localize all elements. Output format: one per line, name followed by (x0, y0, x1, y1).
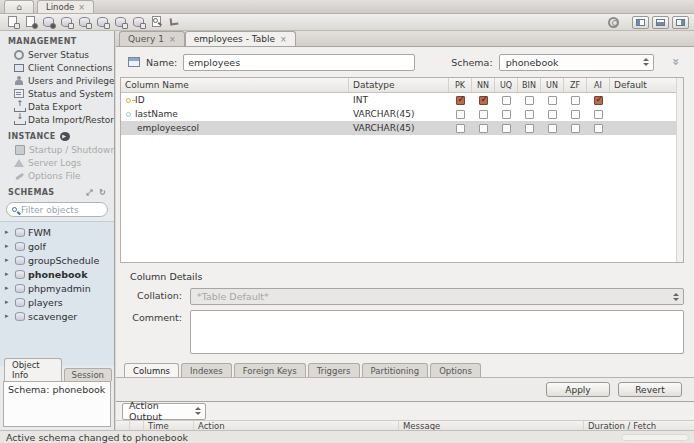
instance-rescan-icon[interactable] (60, 132, 70, 141)
chevron-right-icon[interactable]: ▸ (5, 298, 12, 306)
sidebar-item-data-import[interactable]: Data Import/Restore (0, 113, 114, 126)
bin-checkbox[interactable] (525, 110, 534, 119)
sidebar-item-server-logs[interactable]: Server Logs (0, 156, 114, 169)
schema-item-phpmyadmin[interactable]: ▸ phpmyadmin (0, 281, 114, 295)
comment-textarea[interactable] (190, 310, 684, 354)
un-checkbox[interactable] (548, 124, 557, 133)
tab-foreign-keys[interactable]: Foreign Keys (234, 363, 306, 377)
ai-checkbox[interactable] (594, 124, 603, 133)
bin-checkbox[interactable] (525, 96, 534, 105)
create-stored-procedure-icon[interactable] (113, 15, 129, 29)
close-icon[interactable]: × (280, 35, 287, 44)
sidebar-item-server-status[interactable]: Server Status (0, 48, 114, 61)
schema-item-groupschedule[interactable]: ▸ groupSchedule (0, 253, 114, 267)
toggle-right-panel-button[interactable] (672, 16, 689, 29)
bin-checkbox[interactable] (525, 124, 534, 133)
chevron-right-icon[interactable]: ▸ (5, 284, 12, 292)
tab-employees-table[interactable]: employees - Table × (185, 31, 296, 46)
nn-checkbox[interactable] (479, 110, 488, 119)
output-selector[interactable]: Action Output (122, 403, 206, 420)
resize-grip[interactable] (621, 434, 689, 441)
table-name-input[interactable]: employees (183, 54, 415, 71)
un-checkbox[interactable] (548, 96, 557, 105)
header-datatype[interactable]: Datatype (349, 78, 449, 92)
header-un[interactable]: UN (541, 78, 564, 92)
tab-partitioning[interactable]: Partitioning (362, 363, 429, 377)
tab-indexes[interactable]: Indexes (181, 363, 232, 377)
sidebar-item-data-export[interactable]: Data Export (0, 100, 114, 113)
chevron-right-icon[interactable]: ▸ (5, 228, 12, 236)
schemas-refresh-icon[interactable]: ↻ (99, 188, 108, 197)
datatype-cell[interactable]: INT (349, 93, 449, 107)
column-row-id[interactable]: ID INT (121, 93, 683, 107)
reconnect-database-icon[interactable] (167, 15, 183, 29)
tab-columns[interactable]: Columns (124, 363, 179, 377)
chevron-right-icon[interactable]: ▸ (5, 256, 12, 264)
schema-item-phonebook[interactable]: ▸ phonebook (0, 267, 114, 281)
tab-triggers[interactable]: Triggers (308, 363, 360, 377)
sidebar-item-users-privileges[interactable]: Users and Privileges (0, 74, 114, 87)
zf-checkbox[interactable] (571, 124, 580, 133)
header-pk[interactable]: PK (449, 78, 472, 92)
close-icon[interactable]: × (169, 35, 176, 44)
un-checkbox[interactable] (548, 110, 557, 119)
sidebar-item-startup-shutdown[interactable]: Startup / Shutdown (0, 143, 114, 156)
column-name-cell[interactable]: lastName (135, 109, 178, 119)
tab-options[interactable]: Options (430, 363, 481, 377)
schemas-expand-icon[interactable]: ⤢ (86, 188, 95, 197)
tab-query-1[interactable]: Query 1 × (119, 31, 185, 46)
sidebar-item-status-variables[interactable]: Status and System Variables (0, 87, 114, 100)
zf-checkbox[interactable] (571, 96, 580, 105)
header-nn[interactable]: NN (472, 78, 495, 92)
schema-item-golf[interactable]: ▸ golf (0, 239, 114, 253)
pk-checkbox[interactable] (456, 110, 465, 119)
ai-checkbox[interactable] (594, 110, 603, 119)
header-uq[interactable]: UQ (495, 78, 518, 92)
connection-tab-linode[interactable]: Linode × (37, 0, 94, 13)
header-ai[interactable]: AI (587, 78, 610, 92)
uq-checkbox[interactable] (502, 124, 511, 133)
schema-item-fwm[interactable]: ▸ FWM (0, 225, 114, 239)
schema-item-players[interactable]: ▸ players (0, 295, 114, 309)
header-column-name[interactable]: Column Name (121, 78, 349, 92)
tab-session[interactable]: Session (64, 368, 112, 381)
apply-button[interactable]: Apply (546, 382, 610, 397)
chevron-right-icon[interactable]: ▸ (5, 312, 12, 320)
schema-filter-input[interactable]: Filter objects (6, 202, 108, 217)
new-query-tab-icon[interactable] (5, 15, 21, 29)
create-schema-icon[interactable] (59, 15, 75, 29)
tab-object-info[interactable]: Object Info (4, 358, 62, 381)
zf-checkbox[interactable] (571, 110, 580, 119)
header-bin[interactable]: BIN (518, 78, 541, 92)
nn-checkbox[interactable] (479, 96, 488, 105)
header-zf[interactable]: ZF (564, 78, 587, 92)
collapse-header-icon[interactable]: » (669, 54, 683, 70)
default-cell[interactable] (610, 107, 683, 121)
show-inspector-icon[interactable] (41, 15, 57, 29)
search-table-data-icon[interactable] (149, 15, 165, 29)
toggle-bottom-panel-button[interactable] (652, 16, 669, 29)
ai-checkbox[interactable] (594, 96, 603, 105)
close-icon[interactable]: × (78, 3, 85, 12)
datatype-cell[interactable]: VARCHAR(45) (349, 107, 449, 121)
column-row-employeescol[interactable]: employeescol VARCHAR(45) (121, 121, 683, 135)
grid-scrollbar[interactable] (676, 78, 683, 262)
column-name-cell[interactable]: employeescol (137, 123, 199, 133)
toggle-left-panel-button[interactable] (632, 16, 649, 29)
chevron-right-icon[interactable]: ▸ (5, 242, 12, 250)
nn-checkbox[interactable] (479, 124, 488, 133)
open-sql-script-icon[interactable] (23, 15, 39, 29)
sidebar-item-client-connections[interactable]: Client Connections (0, 61, 114, 74)
uq-checkbox[interactable] (502, 96, 511, 105)
header-default[interactable]: Default (610, 78, 683, 92)
create-table-icon[interactable] (77, 15, 93, 29)
column-row-lastname[interactable]: lastName VARCHAR(45) (121, 107, 683, 121)
home-tab[interactable]: ⌂ (4, 0, 34, 13)
chevron-right-icon[interactable]: ▸ (5, 270, 12, 278)
create-function-icon[interactable] (131, 15, 147, 29)
revert-button[interactable]: Revert (618, 382, 682, 397)
collation-select[interactable]: *Table Default* (190, 288, 684, 305)
pk-checkbox[interactable] (456, 124, 465, 133)
sidebar-item-options-file[interactable]: Options File (0, 169, 114, 182)
schema-select[interactable]: phonebook (499, 54, 654, 71)
